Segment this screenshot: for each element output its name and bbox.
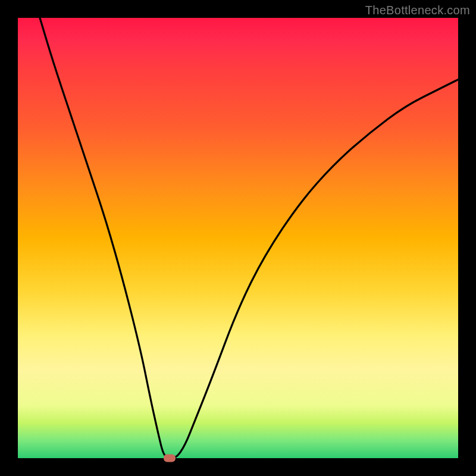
chart-frame: TheBottleneck.com — [0, 0, 476, 476]
optimal-point-marker — [164, 455, 176, 462]
watermark-text: TheBottleneck.com — [365, 4, 470, 17]
bottleneck-curve — [18, 18, 458, 458]
plot-area — [18, 18, 458, 458]
